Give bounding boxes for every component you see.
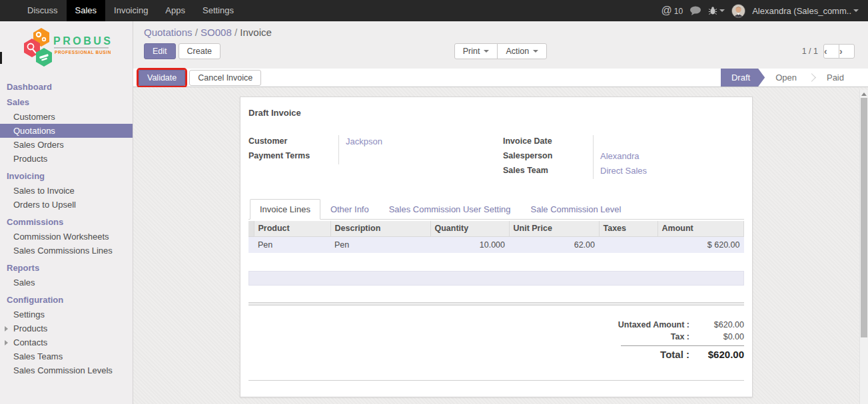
column-taxes[interactable]: Taxes (599, 221, 657, 236)
avatar[interactable] (731, 4, 745, 18)
menu-apps[interactable]: Apps (157, 0, 194, 21)
sidebar-item-reports-sales[interactable]: Sales (0, 276, 133, 290)
debug-menu[interactable] (708, 6, 725, 15)
cell-product: Pen (254, 236, 330, 253)
sidebar-header-commissions[interactable]: Commissions (0, 214, 133, 230)
sidebar-item-orders-to-upsell[interactable]: Orders to Upsell (0, 198, 133, 212)
cell-unit-price: 62.00 (509, 236, 599, 253)
breadcrumb-so008[interactable]: SO008 (201, 27, 232, 38)
total-value: $620.00 (689, 349, 744, 360)
sidebar-header-configuration[interactable]: Configuration (0, 292, 133, 307)
sidebar-item-sales-commission-levels[interactable]: Sales Commission Levels (0, 363, 133, 377)
menu-discuss[interactable]: Discuss (19, 0, 67, 21)
edit-button[interactable]: Edit (144, 43, 176, 59)
pager-next-button[interactable]: › (839, 44, 855, 59)
menu-settings[interactable]: Settings (194, 0, 242, 21)
scroll-up-button[interactable] (860, 90, 868, 98)
customer-label: Customer (248, 135, 338, 146)
chat-icon[interactable] (689, 6, 701, 15)
mentions-counter[interactable]: @ 10 (661, 5, 683, 17)
sidebar-header-reports[interactable]: Reports (0, 260, 133, 276)
salesperson-label: Salesperson (503, 150, 593, 160)
status-open[interactable]: Open (765, 69, 807, 87)
column-quantity[interactable]: Quantity (430, 221, 509, 236)
create-button[interactable]: Create (179, 43, 221, 59)
invoice-date-value[interactable] (593, 135, 744, 150)
field-group-right: Invoice Date Salesperson Alexandra Sales… (496, 135, 744, 179)
sidebar: PROBUSE PROFESSIONAL BUSINESS Dashboard … (0, 21, 133, 404)
column-unit-price[interactable]: Unit Price (509, 221, 599, 236)
probuse-logo: PROBUSE PROFESSIONAL BUSINESS (0, 21, 133, 77)
action-label: Action (506, 47, 529, 56)
action-dropdown[interactable]: Action (497, 43, 547, 59)
tab-invoice-lines[interactable]: Invoice Lines (250, 199, 320, 220)
sidebar-item-sales-commissions-lines[interactable]: Sales Commissions Lines (0, 244, 133, 258)
print-label: Print (463, 47, 480, 56)
sidebar-item-customers[interactable]: Customers (0, 110, 133, 124)
status-paid[interactable]: Paid (816, 69, 855, 87)
payment-terms-value[interactable] (338, 150, 496, 164)
invoice-sheet: Draft Invoice Customer Jackpson Payment … (240, 97, 753, 397)
pager-previous-button[interactable]: ‹ (823, 44, 839, 59)
scrollbar-thumb[interactable] (861, 98, 867, 337)
expand-arrow-icon[interactable] (5, 326, 8, 331)
section-divider (248, 302, 744, 305)
salesperson-value[interactable]: Alexandra (593, 150, 744, 164)
sidebar-item-quotations[interactable]: Quotations (0, 124, 133, 138)
breadcrumb-separator: / (234, 27, 237, 38)
at-icon: @ (661, 5, 672, 17)
sales-team-value[interactable]: Direct Sales (593, 164, 744, 179)
status-draft[interactable]: Draft (721, 69, 765, 87)
sidebar-header-dashboard[interactable]: Dashboard (0, 79, 133, 95)
sidebar-item-commission-worksheets[interactable]: Commission Worksheets (0, 230, 133, 244)
app-menus: Discuss Sales Invoicing Apps Settings (0, 0, 242, 21)
cancel-invoice-button[interactable]: Cancel Invoice (189, 70, 261, 86)
pager-counter: 1 / 1 (802, 47, 818, 56)
caret-down-icon (484, 50, 489, 53)
column-amount[interactable]: Amount (657, 221, 744, 236)
column-description[interactable]: Description (330, 221, 430, 236)
sidebar-item-config-contacts[interactable]: Contacts (0, 335, 133, 349)
control-panel: Quotations / SO008 / Invoice Edit Create… (133, 21, 868, 69)
vertical-scrollbar[interactable] (859, 90, 868, 404)
breadcrumb-quotations[interactable]: Quotations (144, 27, 193, 38)
sidebar-header-sales[interactable]: Sales (0, 95, 133, 110)
cell-taxes (599, 236, 657, 253)
row-handle-column (248, 221, 254, 236)
sidebar-item-sales-orders[interactable]: Sales Orders (0, 138, 133, 152)
sidebar-item-sales-teams[interactable]: Sales Teams (0, 349, 133, 363)
tab-sale-commission-level[interactable]: Sale Commission Level (521, 199, 632, 220)
table-header-row: Product Description Quantity Unit Price … (248, 221, 744, 236)
sidebar-item-settings[interactable]: Settings (0, 307, 133, 321)
form-view: Draft Invoice Customer Jackpson Payment … (133, 87, 868, 404)
menu-invoicing[interactable]: Invoicing (105, 0, 157, 21)
sidebar-item-config-products[interactable]: Products (0, 321, 133, 335)
content-area: Quotations / SO008 / Invoice Edit Create… (133, 21, 868, 404)
customer-value[interactable]: Jackpson (338, 135, 496, 150)
sidebar-header-invoicing[interactable]: Invoicing (0, 168, 133, 184)
untaxed-amount-value: $620.00 (689, 320, 744, 329)
cell-amount: $ 620.00 (657, 236, 744, 253)
sheet-bottom-divider (248, 380, 744, 381)
column-product[interactable]: Product (254, 221, 330, 236)
table-row[interactable]: Pen Pen 10.000 62.00 $ 620.00 (248, 236, 744, 253)
tab-sales-commission-user-setting[interactable]: Sales Commission User Setting (379, 199, 521, 220)
menu-sales[interactable]: Sales (67, 0, 106, 21)
invoice-title: Draft Invoice (248, 108, 744, 118)
row-handle[interactable] (248, 236, 254, 253)
sidebar-item-products[interactable]: Products (0, 152, 133, 166)
caret-down-icon (853, 9, 859, 12)
totals-separator (621, 345, 744, 346)
tab-other-info[interactable]: Other Info (320, 199, 379, 220)
breadcrumb-separator: / (195, 27, 198, 38)
user-menu[interactable]: Alexandra (Sales_comm.. (752, 6, 859, 16)
expand-arrow-icon[interactable] (5, 340, 8, 345)
field-group-left: Customer Jackpson Payment Terms (248, 135, 496, 179)
validate-button[interactable]: Validate (139, 70, 185, 86)
print-dropdown[interactable]: Print (454, 43, 498, 59)
mention-count: 10 (674, 7, 683, 16)
caret-down-icon (719, 9, 725, 12)
totals-block: Untaxed Amount : $620.00 Tax : $0.00 Tot… (571, 319, 744, 361)
sidebar-item-sales-to-invoice[interactable]: Sales to Invoice (0, 184, 133, 198)
untaxed-amount-label: Untaxed Amount : (571, 320, 689, 329)
